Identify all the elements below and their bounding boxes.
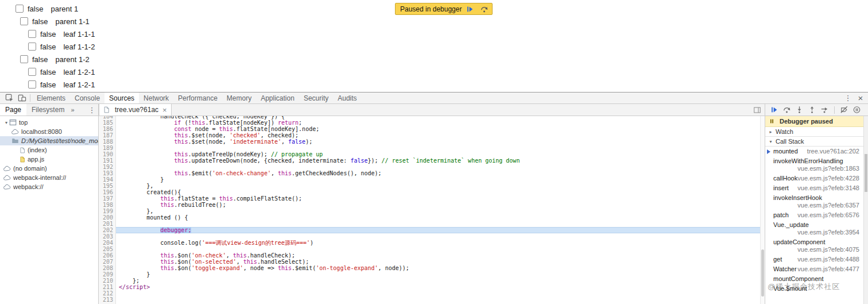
gutter-line-number[interactable]: 198 — [99, 202, 113, 208]
gutter-line-number[interactable]: 187 — [99, 132, 113, 138]
code-line[interactable]: this.$emit('on-check-change', this.getCh… — [119, 170, 765, 176]
tab-console[interactable]: Console — [70, 93, 104, 103]
code-line[interactable] — [119, 246, 765, 252]
devtools-menu-icon[interactable]: ⋮ — [842, 94, 854, 102]
gutter-line-number[interactable]: 204 — [99, 240, 113, 246]
tree-checkbox[interactable] — [20, 55, 28, 63]
call-stack-frame[interactable]: updateComponentvue.esm.js?efeb:4075 — [765, 237, 863, 255]
gutter-line-number[interactable]: 189 — [99, 145, 113, 151]
code-line[interactable]: }, — [119, 208, 765, 214]
tab-network[interactable]: Network — [139, 93, 173, 103]
call-stack-frame[interactable]: patchvue.esm.js?efeb:6576 — [765, 210, 863, 220]
gutter-line-number[interactable]: 209 — [99, 271, 113, 278]
device-toolbar-icon[interactable] — [16, 93, 28, 103]
call-stack-frame[interactable]: mountedtree.vue?61ac:202 — [765, 147, 863, 156]
tree-checkbox[interactable] — [28, 43, 36, 51]
tab-close-icon[interactable]: × — [161, 106, 168, 114]
pause-on-exceptions-icon[interactable] — [852, 105, 862, 115]
code-line[interactable]: this.$on('on-selected', this.handleSelec… — [119, 259, 765, 265]
gutter-line-number[interactable]: 194 — [99, 176, 113, 183]
code-line[interactable]: } — [119, 271, 765, 278]
file-tree-item[interactable]: app.js — [0, 155, 98, 164]
frame-location[interactable]: vue.esm.js?efeb:6576 — [797, 211, 859, 219]
frame-location[interactable]: vue.esm.js?efeb:3148 — [797, 184, 859, 192]
gutter-line-number[interactable]: 203 — [99, 233, 113, 240]
tab-audits[interactable]: Audits — [333, 93, 361, 103]
tab-security[interactable]: Security — [299, 93, 333, 103]
code-line[interactable]: this.updateTreeDown(node, {checked, inde… — [119, 157, 765, 164]
toggle-sidebar-icon[interactable] — [753, 104, 765, 116]
code-line[interactable] — [119, 233, 765, 240]
resume-script-icon[interactable] — [464, 5, 476, 13]
gutter-line-number[interactable]: 208 — [99, 265, 113, 271]
resume-icon[interactable] — [769, 105, 779, 115]
gutter-line-number[interactable]: 212 — [99, 290, 113, 297]
file-tree-item[interactable]: localhost:8080 — [0, 127, 98, 136]
sidebar-tab-filesystem[interactable]: Filesystem — [26, 104, 69, 116]
call-stack-frame[interactable]: callHookvue.esm.js?efeb:4228 — [765, 174, 863, 183]
code-line[interactable]: }, — [119, 183, 765, 189]
step-over-icon[interactable] — [782, 105, 792, 115]
gutter-line-number[interactable]: 206 — [99, 252, 113, 259]
call-stack-frame[interactable]: invokeWithErrorHandlingvue.esm.js?efeb:1… — [765, 156, 863, 174]
code-line[interactable]: mounted () { — [119, 214, 765, 221]
more-tabs-chevron-icon[interactable]: » — [69, 106, 75, 113]
navigator-menu-icon[interactable]: ⋮ — [86, 106, 98, 114]
gutter-line-number[interactable]: 211 — [99, 284, 113, 290]
gutter-line-number[interactable]: 199 — [99, 208, 113, 214]
step-out-icon[interactable] — [807, 105, 817, 115]
tree-node-label[interactable]: parent 1-1 — [55, 17, 89, 26]
code-line[interactable] — [119, 290, 765, 297]
gutter-line-number[interactable]: 200 — [99, 214, 113, 221]
devtools-close-icon[interactable]: × — [854, 93, 867, 103]
code-line[interactable]: this.$set(node, 'checked', checked); — [119, 132, 765, 138]
step-over-icon[interactable] — [478, 5, 490, 13]
tree-node-label[interactable]: leaf 1-1-2 — [63, 43, 95, 51]
code-line[interactable]: </script> — [119, 284, 765, 290]
call-stack-frame[interactable]: insertvue.esm.js?efeb:3148 — [765, 183, 863, 193]
tree-checkbox[interactable] — [28, 30, 36, 38]
frame-location[interactable]: vue.esm.js?efeb:6357 — [797, 202, 859, 209]
gutter-line-number[interactable]: 213 — [99, 297, 113, 303]
gutter-line-number[interactable]: 193 — [99, 170, 113, 176]
sidebar-tab-page[interactable]: Page — [0, 104, 26, 116]
gutter-line-number[interactable]: 195 — [99, 183, 113, 189]
gutter-line-number[interactable]: 192 — [99, 164, 113, 170]
file-tree-item[interactable]: D:/MyGit/test/test/node_modules/vie — [0, 136, 98, 145]
tree-node-label[interactable]: leaf 1-2-1 — [63, 68, 95, 76]
code-line[interactable]: created(){ — [119, 189, 765, 195]
editor-scrollbar[interactable] — [760, 116, 765, 304]
gutter-line-number[interactable]: 190 — [99, 151, 113, 157]
call-stack-section-header[interactable]: ▾ Call Stack — [765, 137, 863, 147]
window-scrollbar[interactable] — [863, 116, 868, 304]
code-line[interactable]: } — [119, 176, 765, 183]
gutter-line-number[interactable]: 201 — [99, 221, 113, 227]
code-line[interactable]: const node = this.flatState[nodeKey].nod… — [119, 126, 765, 132]
gutter-line-number[interactable]: 196 — [99, 189, 113, 195]
gutter-line-number[interactable]: 186 — [99, 126, 113, 132]
tree-checkbox[interactable] — [28, 68, 36, 76]
caret-down-icon[interactable]: ▾ — [3, 120, 9, 125]
gutter-line-number[interactable]: 185 — [99, 120, 113, 126]
code-line[interactable] — [119, 297, 765, 303]
code-line[interactable] — [119, 164, 765, 170]
tree-checkbox[interactable] — [16, 5, 24, 13]
gutter-line-number[interactable]: 197 — [99, 195, 113, 202]
editor-scrollbar-thumb[interactable] — [761, 249, 764, 297]
frame-location[interactable]: vue.esm.js?efeb:4488 — [797, 256, 859, 263]
tab-performance[interactable]: Performance — [173, 93, 222, 103]
file-tree-item[interactable]: (no domain) — [0, 164, 98, 173]
gutter-line-number[interactable]: 205 — [99, 246, 113, 252]
tree-node-label[interactable]: leaf 1-1-1 — [63, 30, 95, 39]
frame-location[interactable]: vue.esm.js?efeb:4477 — [797, 265, 859, 273]
file-tree-item[interactable]: ▾top — [0, 118, 98, 127]
code-line[interactable]: }; — [119, 278, 765, 284]
file-tree-item[interactable]: webpack-internal:// — [0, 173, 98, 182]
frame-location[interactable]: vue.esm.js?efeb:1863 — [797, 165, 859, 172]
gutter-line-number[interactable]: 191 — [99, 157, 113, 164]
gutter-line-number[interactable]: 202 — [99, 227, 113, 233]
tree-node-label[interactable]: leaf 1-2-1 — [63, 80, 95, 89]
code-line[interactable]: this.$set(node, 'indeterminate', false); — [119, 138, 765, 145]
step-into-icon[interactable] — [795, 105, 804, 115]
window-scrollbar-thumb[interactable] — [865, 154, 867, 192]
